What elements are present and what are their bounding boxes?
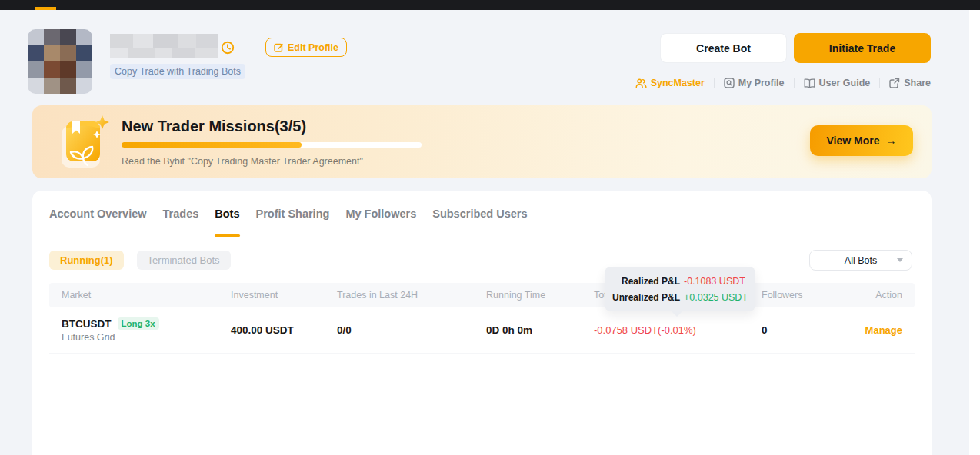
- terminated-bots-filter-chip[interactable]: Terminated Bots: [137, 251, 231, 270]
- table-header: Market Investment Trades in Last 24H Run…: [49, 283, 915, 307]
- edit-profile-button[interactable]: Edit Profile: [265, 38, 347, 57]
- divider: [879, 78, 880, 88]
- username-blurred: [110, 34, 218, 58]
- realized-pnl-value: -0.1083 USDT: [684, 276, 745, 287]
- col-running-time: Running Time: [486, 290, 594, 301]
- realized-pnl-label: Realized P&L: [609, 276, 680, 287]
- all-bots-dropdown[interactable]: All Bots: [809, 250, 912, 271]
- col-trades-24h: Trades in Last 24H: [337, 290, 486, 301]
- divider: [714, 78, 715, 88]
- total-pnl-cell: -0.0758 USDT(-0.01%): [594, 324, 762, 336]
- followers-cell: 0: [762, 324, 865, 336]
- tabs-divider: [32, 237, 932, 237]
- divider: [794, 78, 795, 88]
- copy-trade-badge: Copy Trade with Trading Bots: [110, 64, 245, 79]
- edit-icon: [274, 42, 284, 52]
- col-market: Market: [62, 290, 231, 301]
- tab-my-followers[interactable]: My Followers: [345, 191, 416, 237]
- create-bot-button[interactable]: Create Bot: [660, 33, 787, 63]
- sync-master-link[interactable]: SyncMaster: [635, 78, 705, 88]
- tab-account-overview[interactable]: Account Overview: [49, 191, 147, 237]
- col-investment: Investment: [231, 290, 337, 301]
- header-links: SyncMaster My Profile User Guide: [635, 78, 931, 88]
- missions-progress-fill: [122, 142, 302, 148]
- tab-bar: Account Overview Trades Bots Profit Shar…: [49, 191, 528, 237]
- unrealized-pnl-label: Unrealized P&L: [609, 292, 680, 303]
- col-followers: Followers: [762, 290, 865, 301]
- share-link[interactable]: Share: [889, 78, 931, 88]
- table-row: BTCUSDT Long 3x Futures Grid 400.00 USDT…: [49, 307, 915, 354]
- profile-preview-icon: [724, 78, 735, 88]
- bot-type: Futures Grid: [62, 332, 231, 343]
- missions-book-icon: [60, 115, 111, 171]
- running-time-cell: 0D 0h 0m: [486, 324, 594, 336]
- pnl-tooltip: Realized P&L -0.1083 USDT Unrealized P&L…: [605, 267, 755, 311]
- position-tag: Long 3x: [118, 317, 159, 330]
- tab-subscribed-users[interactable]: Subscribed Users: [432, 191, 527, 237]
- missions-progress-bar: [122, 142, 422, 148]
- avatar: [28, 29, 92, 94]
- manage-link[interactable]: Manage: [865, 324, 902, 336]
- missions-title: New Trader Missions(3/5): [122, 118, 306, 135]
- chevron-down-icon: [897, 258, 903, 262]
- market-cell: BTCUSDT Long 3x Futures Grid: [62, 317, 231, 343]
- share-icon: [889, 78, 900, 88]
- bot-status-filters: Running(1) Terminated Bots: [49, 251, 231, 270]
- trades-24h-cell: 0/0: [337, 324, 486, 336]
- view-more-button[interactable]: View More →: [810, 125, 913, 156]
- tab-trades[interactable]: Trades: [163, 191, 199, 237]
- investment-cell: 400.00 USDT: [231, 324, 337, 336]
- user-guide-link[interactable]: User Guide: [804, 78, 871, 88]
- new-trader-missions-banner: New Trader Missions(3/5) Read the Bybit …: [32, 105, 932, 178]
- col-action: Action: [865, 290, 902, 301]
- arrow-right-icon: →: [886, 135, 897, 147]
- book-icon: [804, 78, 815, 88]
- running-filter-chip[interactable]: Running(1): [49, 251, 124, 270]
- missions-subtitle: Read the Bybit "Copy Trading Master Trad…: [122, 156, 363, 167]
- browser-top-strip: [0, 0, 980, 10]
- sync-master-icon: [635, 78, 647, 88]
- unrealized-pnl-value: +0.0325 USDT: [684, 292, 748, 303]
- scrollbar-gutter: [969, 10, 980, 455]
- trader-content-card: Account Overview Trades Bots Profit Shar…: [32, 191, 932, 455]
- market-symbol: BTCUSDT: [62, 318, 112, 330]
- tab-bots[interactable]: Bots: [215, 191, 239, 237]
- initiate-trade-button[interactable]: Initiate Trade: [794, 33, 931, 63]
- clock-icon: [221, 41, 235, 55]
- my-profile-link[interactable]: My Profile: [724, 78, 785, 88]
- tab-profit-sharing[interactable]: Profit Sharing: [256, 191, 330, 237]
